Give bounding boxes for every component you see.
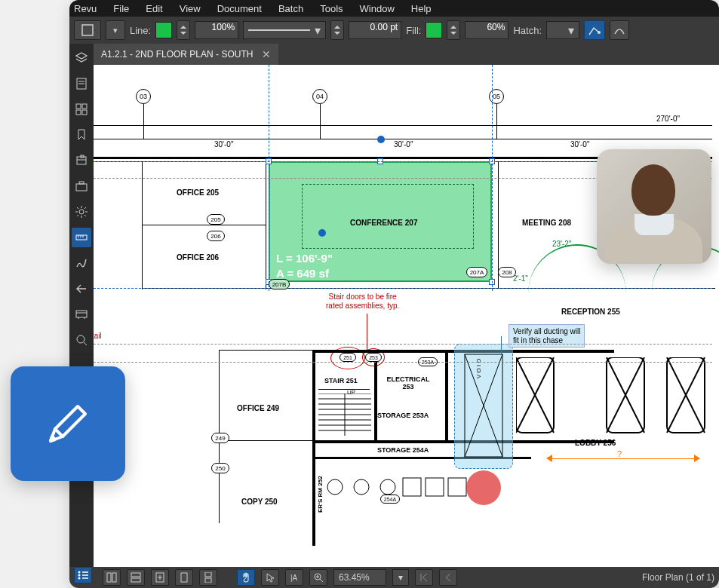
measure-length: L = 106'-9" (276, 252, 333, 265)
svg-point-35 (354, 479, 369, 495)
main-area: A1.2.1 - 2ND FLOOR PLAN - SOUTH ✕ 03 04 … (94, 44, 719, 567)
width-stepper[interactable] (330, 20, 344, 40)
fill-color-swatch[interactable] (426, 22, 442, 38)
markups-list-icon[interactable] (74, 567, 92, 583)
green-dim-1: 23'-2" (552, 240, 571, 248)
snap-arc-button[interactable] (610, 20, 629, 40)
menu-help[interactable]: Help (411, 3, 432, 14)
pencil-icon (41, 397, 94, 450)
document-tab[interactable]: A1.2.1 - 2ND FLOOR PLAN - SOUTH ✕ (94, 44, 278, 65)
green-dim-2: 2'-1" (513, 274, 528, 283)
svg-point-36 (380, 479, 395, 495)
page-label: Floor Plan (1 of 1) (642, 572, 714, 583)
label-meeting208: MEETING 208 (522, 219, 571, 227)
svg-rect-13 (79, 182, 84, 184)
document-tab-title: A1.2.1 - 2ND FLOOR PLAN - SOUTH (101, 49, 253, 60)
svg-text:|A: |A (290, 574, 298, 582)
svg-rect-15 (76, 235, 87, 240)
svg-line-24 (84, 342, 87, 345)
links-icon[interactable] (72, 279, 91, 299)
menu-document[interactable]: Document (217, 3, 262, 14)
label-up: UP (347, 389, 355, 396)
svg-rect-38 (426, 478, 444, 496)
opacity1-stepper[interactable] (177, 20, 190, 40)
zoom-dropdown[interactable]: ▾ (392, 569, 409, 586)
single-page-icon[interactable] (175, 569, 193, 586)
tool-chest-icon[interactable] (72, 176, 91, 196)
form-icon[interactable] (72, 74, 91, 93)
opacity1-value[interactable]: 100% (195, 21, 238, 39)
continuous-icon[interactable] (199, 569, 217, 586)
bookmarks-icon[interactable] (72, 125, 91, 145)
svg-point-34 (327, 479, 343, 495)
menu-window[interactable]: Window (360, 3, 395, 14)
hatch-label: Hatch: (513, 25, 542, 36)
nav-prev-icon[interactable] (439, 569, 457, 586)
zoom-value[interactable]: 63.45% (333, 569, 386, 586)
drawing-canvas[interactable]: 03 04 05 270'-0" 30'-0" 30'-0" 30'-0" (94, 65, 719, 567)
svg-rect-61 (205, 578, 211, 583)
label-copy250: COPY 250 (241, 498, 278, 506)
dim-bay3: 30'-0" (570, 140, 589, 149)
shape-picker-button[interactable] (74, 20, 101, 40)
avatar-overlay (597, 149, 711, 264)
add-page-icon[interactable] (151, 569, 169, 586)
svg-rect-7 (76, 110, 81, 115)
pan-hand-icon[interactable] (237, 569, 255, 586)
markup-red-circle[interactable] (466, 470, 501, 505)
svg-rect-8 (82, 110, 87, 115)
snap-button[interactable] (584, 20, 605, 40)
svg-rect-55 (131, 578, 140, 582)
svg-point-1 (598, 31, 601, 34)
document-tabs: A1.2.1 - 2ND FLOOR PLAN - SOUTH ✕ (94, 44, 719, 65)
label-reception255: RECEPTION 255 (561, 308, 620, 316)
split-vert-icon[interactable] (103, 569, 121, 586)
menu-batch[interactable]: Batch (278, 3, 303, 14)
menu-tools[interactable]: Tools (320, 3, 343, 14)
door-tag-253: 253 (365, 353, 382, 362)
thumbnails-icon[interactable] (72, 100, 91, 119)
hatch-select[interactable]: ▾ (546, 21, 579, 39)
label-lobby256: LOBBY 256 (575, 439, 616, 447)
nav-first-icon[interactable] (415, 569, 433, 586)
line-width-value[interactable]: 0.00 pt (349, 21, 401, 39)
dim-bay1: 30'-0" (214, 140, 233, 149)
menu-file[interactable]: File (113, 3, 129, 14)
svg-point-68 (78, 574, 81, 577)
search-icon[interactable] (72, 330, 91, 350)
signatures-icon[interactable] (72, 253, 91, 273)
door-tag-250: 250 (211, 463, 229, 473)
gear-icon[interactable] (72, 202, 91, 222)
opacity2-stepper[interactable] (447, 20, 460, 40)
menu-revu[interactable]: Revu (74, 3, 97, 14)
shape-picker-dropdown[interactable]: ▾ (106, 20, 125, 40)
svg-rect-5 (76, 104, 81, 109)
svg-rect-53 (112, 573, 116, 582)
note-stair-doors: Stair doors to be fire rated assemblies,… (326, 292, 399, 310)
sheets-icon[interactable] (72, 151, 91, 170)
text-select-icon[interactable]: |A (285, 569, 303, 586)
split-horiz-icon[interactable] (127, 569, 145, 586)
label-storage254a: STORAGE 254A (377, 446, 429, 454)
label-office206: OFFICE 206 (177, 253, 219, 262)
pencil-card-overlay (11, 366, 125, 481)
svg-rect-60 (205, 572, 211, 577)
line-style-select[interactable]: ▾ (243, 21, 326, 39)
measurements-icon[interactable] (72, 228, 91, 247)
svg-line-64 (320, 579, 323, 582)
measure-area: A = 649 sf (276, 267, 329, 280)
menu-view[interactable]: View (180, 3, 201, 14)
label-office205: OFFICE 205 (177, 188, 219, 197)
studio-icon[interactable] (72, 305, 91, 324)
layers-icon[interactable] (72, 48, 91, 68)
app-window: Revu File Edit View Document Batch Tools… (69, 0, 719, 588)
note-tail: tail (94, 332, 102, 341)
select-arrow-icon[interactable] (261, 569, 279, 586)
zoom-magnify-icon[interactable] (309, 569, 327, 586)
door-tag-205: 205 (207, 214, 225, 225)
close-tab-icon[interactable]: ✕ (262, 48, 271, 60)
menu-edit[interactable]: Edit (146, 3, 162, 14)
opacity2-value[interactable]: 60% (465, 21, 509, 39)
properties-toolbar: ▾ Line: 100% ▾ 0.00 pt Fill: 60% Hatch: … (69, 17, 719, 44)
line-color-swatch[interactable] (155, 22, 172, 38)
